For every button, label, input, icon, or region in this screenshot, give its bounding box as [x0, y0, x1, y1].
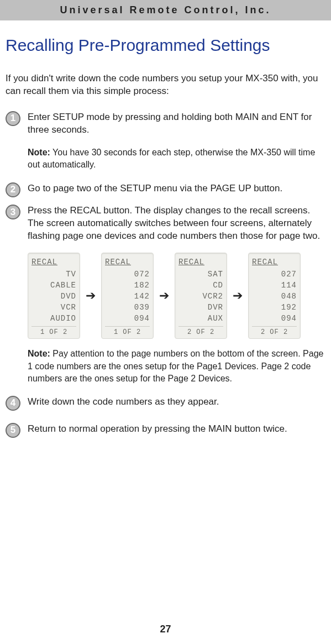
lcd-line: 182 [105, 281, 150, 290]
step-badge-3: 3 [6, 205, 20, 219]
lcd-line: 192 [252, 303, 297, 312]
note-2-text: Pay attention to the page numbers on the… [28, 349, 323, 383]
lcd-line: CD [178, 281, 223, 290]
lcd-title: RECAL [31, 258, 76, 266]
lcd-line: 039 [105, 303, 150, 312]
arrow-right-icon: ➔ [86, 289, 96, 303]
lcd-screen-3: RECAL SAT CD VCR2 DVR AUX 2 OF 2 [175, 253, 227, 339]
lcd-line: DVR [178, 303, 223, 312]
lcd-screen-4: RECAL 027 114 048 192 094 2 OF 2 [248, 253, 301, 339]
page-title: Recalling Pre-Programmed Settings [6, 36, 325, 55]
note-1-label: Note: [28, 148, 50, 157]
lcd-screen-2: RECAL 072 182 142 039 094 1 OF 2 [101, 253, 154, 339]
lcd-line: 072 [105, 270, 150, 279]
lcd-line: AUDIO [31, 314, 76, 323]
step-badge-1: 1 [6, 111, 20, 126]
arrow-right-icon: ➔ [233, 289, 243, 303]
step-1: 1 Enter SETUP mode by pressing and holdi… [6, 111, 325, 137]
lcd-line: TV [31, 270, 76, 279]
lcd-line: 094 [105, 314, 150, 323]
note-2-label: Note: [28, 349, 50, 358]
step-2: 2 Go to page two of the SETUP menu via t… [6, 182, 325, 195]
intro-text: If you didn't write down the code number… [6, 72, 325, 98]
lcd-screen-1: RECAL TV CABLE DVD VCR AUDIO 1 OF 2 [28, 253, 80, 339]
lcd-line: 027 [252, 270, 297, 279]
note-1: Note: You have 30 seconds for each step,… [28, 146, 325, 171]
lcd-line: CABLE [31, 281, 76, 290]
lcd-title: RECAL [178, 258, 223, 266]
lcd-line: DVD [31, 292, 76, 301]
arrow-right-icon: ➔ [159, 289, 169, 303]
lcd-line: AUX [178, 314, 223, 323]
step-2-text: Go to page two of the SETUP menu via the… [28, 183, 282, 193]
note-2: Note: Pay attention to the page numbers … [28, 348, 325, 385]
step-badge-5: 5 [6, 423, 20, 438]
recall-screens-row: RECAL TV CABLE DVD VCR AUDIO 1 OF 2 ➔ RE… [28, 253, 325, 339]
lcd-line: VCR2 [178, 292, 223, 301]
lcd-footer: 1 OF 2 [31, 326, 76, 336]
lcd-line: SAT [178, 270, 223, 279]
lcd-footer: 2 OF 2 [252, 326, 297, 336]
lcd-footer: 2 OF 2 [178, 326, 223, 336]
step-3: 3 Press the RECAL button. The display ch… [6, 205, 325, 243]
page-number: 27 [0, 624, 331, 635]
step-4: 4 Write down the code numbers as they ap… [6, 396, 325, 409]
lcd-line: 142 [105, 292, 150, 301]
note-1-text: You have 30 seconds for each step, other… [28, 148, 315, 169]
step-1-text: Enter SETUP mode by pressing and holding… [28, 112, 312, 135]
lcd-line: 114 [252, 281, 297, 290]
step-badge-4: 4 [6, 396, 20, 411]
step-5: 5 Return to normal operation by pressing… [6, 423, 325, 436]
company-header: Universal Remote Control, Inc. [0, 0, 331, 20]
lcd-footer: 1 OF 2 [105, 326, 150, 336]
page-content: Recalling Pre-Programmed Settings If you… [0, 20, 331, 436]
step-4-text: Write down the code numbers as they appe… [28, 396, 219, 407]
step-3-text: Press the RECAL button. The display chan… [28, 205, 320, 241]
lcd-title: RECAL [252, 258, 297, 266]
lcd-line: 048 [252, 292, 297, 301]
lcd-line: VCR [31, 303, 76, 312]
step-5-text: Return to normal operation by pressing t… [28, 423, 287, 434]
lcd-line: 094 [252, 314, 297, 323]
step-badge-2: 2 [6, 182, 20, 197]
lcd-title: RECAL [105, 258, 150, 266]
